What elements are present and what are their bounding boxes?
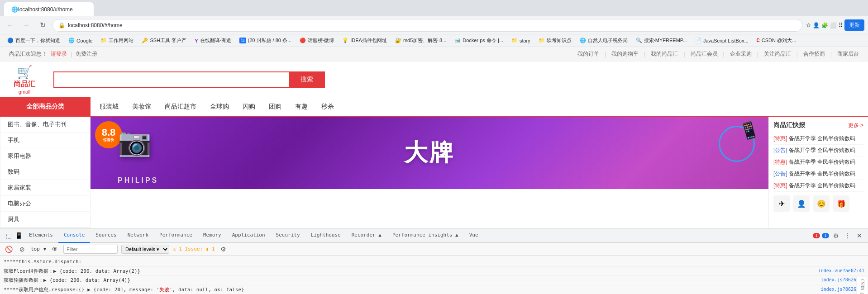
category-item-furniture[interactable]: 家居家装	[0, 180, 90, 196]
clear-console-btn[interactable]: 🚫	[4, 244, 14, 254]
sidebar-news-2[interactable]: [公告] 备战开学季 全民半价购数码	[773, 145, 863, 156]
tab-lighthouse[interactable]: Lighthouse	[305, 228, 346, 243]
sidebar-more-link[interactable]: 更多 >	[848, 122, 863, 129]
tab-security[interactable]: Security	[271, 228, 305, 243]
follow-link[interactable]: 关注尚品汇	[764, 50, 791, 58]
sidebar-news-3[interactable]: [特惠] 备战开学季 全民半价购数码	[773, 156, 863, 168]
nav-item-beauty[interactable]: 美妆馆	[132, 103, 151, 111]
bookmark-label: 自然人电子税务局	[588, 37, 628, 44]
bookmark-work[interactable]: 📁 工作用网站	[97, 36, 137, 46]
devtools-more-btn[interactable]: ⋮	[843, 231, 853, 241]
tab-performance[interactable]: Performance	[154, 228, 198, 243]
search-button[interactable]: 搜索	[289, 71, 325, 88]
search-input[interactable]	[53, 71, 289, 88]
tab-application[interactable]: Application	[227, 228, 271, 243]
devtools-inspect-btn[interactable]: ⬚	[4, 231, 14, 241]
vip-link[interactable]: 尚品汇会员	[691, 50, 718, 58]
issues-badge[interactable]: ⚠ 1 Issue: ▮ 1	[173, 246, 215, 252]
banner-area: 8.8 惊喜价 📷 大牌 📱 PHILIPS	[91, 117, 768, 189]
bookmark-tax[interactable]: 🌐 自然人电子税务局	[576, 36, 631, 46]
address-bar[interactable]: 🔒 localhost:8080/#/home	[52, 19, 802, 32]
my-cart-link[interactable]: 我的购物车	[611, 50, 639, 58]
devtools-gear-btn[interactable]: ⚙	[219, 244, 229, 254]
extension-icon[interactable]: 🧩	[821, 22, 828, 28]
devtools-close-btn[interactable]: ✕	[854, 231, 864, 241]
nav-items: 服装城 美妆馆 尚品汇超市 全球购 闪购 团购 有趣 秒杀	[91, 97, 343, 116]
bookmark-icon[interactable]: ☆	[806, 22, 811, 28]
bookmark-icon: 📁	[100, 38, 107, 43]
bookmark-js[interactable]: 📄 JavaScript ListBox...	[692, 36, 752, 46]
settings-icon[interactable]: ⠿	[839, 22, 843, 28]
tab-perf-insights[interactable]: Performance insights ▲	[387, 228, 464, 243]
category-item-books[interactable]: 图书、音像、电子书刊	[0, 117, 90, 133]
bookmark-ssh[interactable]: 🔑 SSH工具 客户产	[138, 36, 190, 46]
console-settings-btn[interactable]: ⊘	[17, 244, 27, 254]
sidebar-icon-plane[interactable]: ✈	[773, 195, 790, 212]
bookmark-story[interactable]: 📁 story	[508, 36, 534, 46]
devtools-device-btn[interactable]: 📱	[14, 231, 24, 241]
bookmark-youdao[interactable]: Y 在线翻译·有道	[191, 36, 234, 46]
login-link[interactable]: 请登录	[51, 50, 67, 58]
category-item-digital[interactable]: 数码	[0, 164, 90, 180]
bookmark-google[interactable]: 🌐 Google	[65, 36, 96, 46]
sidebar-news-5[interactable]: [特惠] 备战开学季 全民半价购数码	[773, 180, 863, 192]
all-categories-label: 全部商品分类	[26, 103, 64, 111]
reload-button[interactable]: ↻	[36, 19, 49, 32]
profile-icon[interactable]: 👤	[813, 22, 820, 28]
sidebar-news-1[interactable]: [特惠] 备战开学季 全民半价购数码	[773, 133, 863, 145]
back-button[interactable]: ←	[4, 19, 16, 32]
filter-input[interactable]	[63, 245, 118, 254]
category-item-computer[interactable]: 电脑办公	[0, 196, 90, 212]
tab-network[interactable]: Network	[122, 228, 154, 243]
my-account-link[interactable]: 我的尚品汇	[651, 50, 678, 58]
level-select[interactable]: Default levels ▾	[121, 245, 169, 254]
nav-item-flash[interactable]: 闪购	[243, 103, 255, 111]
tab-sources[interactable]: Sources	[90, 228, 122, 243]
forward-button[interactable]: →	[20, 19, 33, 32]
nav-item-fun[interactable]: 有趣	[295, 103, 308, 111]
bookmark-ruankao[interactable]: 📁 软考知识点	[535, 36, 575, 46]
sidebar-icon-smile[interactable]: 😊	[813, 195, 830, 212]
sidebar-icon-gift[interactable]: 🎁	[833, 195, 849, 212]
nav-item-group[interactable]: 团购	[269, 103, 281, 111]
search-area: 搜索	[53, 71, 325, 88]
enterprise-link[interactable]: 企业采购	[730, 50, 752, 58]
tab-console[interactable]: Console	[58, 228, 90, 243]
tab-recorder[interactable]: Recorder ▲	[346, 228, 387, 243]
category-item-phone[interactable]: 手机	[0, 133, 90, 148]
log-source-2[interactable]: index.vue?ae07:41	[818, 267, 864, 275]
merchant-link[interactable]: 商家后台	[837, 50, 859, 58]
tab-elements[interactable]: Elements	[24, 228, 58, 243]
console-context-arrow[interactable]: ▼	[43, 247, 46, 251]
nav-item-supermarket[interactable]: 尚品汇超市	[165, 103, 196, 111]
devtools-settings-btn[interactable]: ⚙	[831, 231, 841, 241]
bookmark-csdn[interactable]: C CSDN @刘大...	[753, 36, 800, 46]
nav-item-global[interactable]: 全球购	[210, 103, 229, 111]
console-eye-btn[interactable]: 👁	[50, 244, 60, 254]
logo-area[interactable]: 🛒 尚品汇 gmall	[14, 65, 35, 95]
bookmark-baidu[interactable]: 🔵 百度一下，你就知道	[4, 36, 64, 46]
bookmark-icon: C	[757, 38, 760, 43]
bookmark-weibo[interactable]: 🔴 话题榜·微博	[296, 36, 338, 46]
bookmark-docker[interactable]: 🐋 Docker ps 命令 |...	[451, 36, 507, 46]
active-tab[interactable]: 🌐 localhost:8080/#/home	[4, 2, 94, 16]
register-link[interactable]: 免费注册	[76, 50, 97, 58]
bookmark-md5[interactable]: 🔐 md5加密、解密-8...	[391, 36, 450, 46]
bookmark-zhihu[interactable]: 知 (20 封私信 / 80 条...	[236, 36, 296, 46]
update-button[interactable]: 更新	[844, 19, 864, 31]
tab-vue[interactable]: Vue	[464, 228, 484, 243]
tab-memory[interactable]: Memory	[198, 228, 227, 243]
sidebar-news-4[interactable]: [公告] 备战开学季 全民半价购数码	[773, 168, 863, 180]
nav-item-flash-sale[interactable]: 秒杀	[321, 103, 334, 111]
bookmark-idea[interactable]: 💡 IDEA插件包网址	[339, 36, 391, 46]
bookmark-search[interactable]: 🔍 搜索·MYFREEMP...	[632, 36, 691, 46]
all-categories-button[interactable]: 全部商品分类	[0, 97, 91, 116]
browser-action-buttons: ☆ 👤 🧩 ⬜ ⠿ 更新	[806, 19, 864, 31]
category-item-appliances[interactable]: 家用电器	[0, 148, 90, 164]
sidebar-icon-user[interactable]: 👤	[793, 195, 810, 212]
window-icon[interactable]: ⬜	[830, 22, 837, 28]
my-orders-link[interactable]: 我的订单	[577, 50, 599, 58]
category-item-kitchen[interactable]: 厨具	[0, 212, 90, 228]
partner-link[interactable]: 合作招商	[803, 50, 825, 58]
nav-item-fashion[interactable]: 服装城	[100, 103, 119, 111]
